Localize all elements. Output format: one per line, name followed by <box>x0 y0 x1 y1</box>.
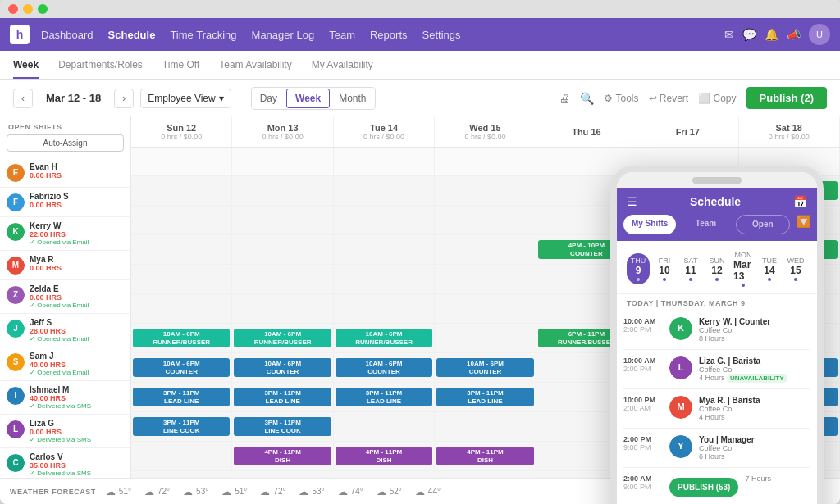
phone-week-day-num: 11 <box>685 265 696 276</box>
copy-button[interactable]: ⬜ Copy <box>698 93 736 104</box>
phone-week-day-num: 15 <box>790 265 801 276</box>
shift-block[interactable]: 10AM - 6PM RUNNER/BUSSER <box>133 329 230 347</box>
employee-status: ✓ Delivered via SMS <box>30 402 124 410</box>
shift-block[interactable]: 10AM - 6PM COUNTER <box>336 358 432 377</box>
employee-avatar <box>7 353 25 371</box>
phone-week-day-name: FRI <box>659 257 671 265</box>
phone-week-day[interactable]: FRI 10 <box>653 253 676 284</box>
nav-schedule[interactable]: Schedule <box>108 29 156 41</box>
day-header-tue: Tue 14 0 hrs / $0.00 <box>334 116 435 147</box>
employee-view-select[interactable]: Employee View ▾ <box>140 89 231 108</box>
employee-info: Zelda E 0.00 HRS ✓ Opened via Email <box>30 284 124 309</box>
phone-week-day[interactable]: WED 15 <box>784 253 807 284</box>
nav-settings[interactable]: Settings <box>422 29 461 41</box>
subnav-week[interactable]: Week <box>13 52 39 79</box>
phone-notch <box>692 177 742 184</box>
bell-icon[interactable]: 🔔 <box>765 28 778 41</box>
shift-block[interactable]: 3PM - 11PM LEAD LINE <box>336 388 432 406</box>
phone-tab-my-shifts[interactable]: My Shifts <box>623 215 676 234</box>
day-view-button[interactable]: Day <box>252 88 285 109</box>
employee-item: Kerry W 22.00 HRS ✓ Opened via Email <box>0 217 130 251</box>
employee-hours: 40.00 HRS <box>30 394 124 402</box>
employee-item: Jeff S 28.00 HRS ✓ Opened via Email <box>0 314 130 347</box>
shift-block[interactable]: 3PM - 11PM LEAD LINE <box>436 388 533 406</box>
shift-block[interactable]: 3PM - 11PM LEAD LINE <box>234 388 331 406</box>
phone-week-day[interactable]: MON Mar 13 <box>732 247 755 290</box>
shift-block[interactable]: 3PM - 11PM LINE COOK <box>133 417 230 436</box>
logo[interactable]: h <box>10 25 30 44</box>
maximize-button[interactable] <box>38 4 48 14</box>
phone-tabs: My Shifts Team Open 🔽 <box>617 215 817 241</box>
close-button[interactable] <box>8 4 18 14</box>
phone-tab-team[interactable]: Team <box>679 215 732 234</box>
shift-block[interactable]: 4PM - 11PM DISH <box>234 447 331 465</box>
shift-block[interactable]: 10AM - 6PM RUNNER/BUSSER <box>336 329 432 347</box>
subnav-my-availability[interactable]: My Availability <box>312 52 373 79</box>
nav-time-tracking[interactable]: Time Tracking <box>170 29 236 41</box>
week-view-button[interactable]: Week <box>286 89 330 108</box>
weather-temp: 72° <box>158 487 170 496</box>
phone-week-day[interactable]: THU 9 <box>627 253 650 284</box>
employee-status: ✓ Opened via Email <box>30 238 124 246</box>
phone-week-day[interactable]: SUN 12 <box>705 253 728 284</box>
print-icon[interactable]: 🖨 <box>559 92 570 105</box>
megaphone-icon[interactable]: 📣 <box>787 28 801 41</box>
subnav-time-off[interactable]: Time Off <box>162 52 199 79</box>
day-cell <box>435 148 536 175</box>
shift-block[interactable]: 3PM - 11PM LEAD LINE <box>133 388 230 406</box>
search-icon[interactable]: 🔍 <box>580 92 594 105</box>
shift-block[interactable]: 10AM - 6PM COUNTER <box>234 358 331 377</box>
weather-temp: 44° <box>428 487 441 496</box>
phone-tab-open[interactable]: Open <box>736 215 790 234</box>
minimize-button[interactable] <box>23 4 33 14</box>
next-week-button[interactable]: › <box>114 89 134 108</box>
revert-button[interactable]: ↩ Revert <box>649 93 689 104</box>
shift-block[interactable]: 10AM - 6PM COUNTER <box>436 358 533 377</box>
phone-week-day-name: SAT <box>684 257 698 265</box>
chat-icon[interactable]: 💬 <box>742 28 756 41</box>
prev-week-button[interactable]: ‹ <box>13 89 33 108</box>
publish-button[interactable]: Publish (2) <box>746 87 827 109</box>
auto-assign-button[interactable]: Auto-Assign <box>7 134 124 152</box>
user-avatar[interactable]: U <box>809 24 830 45</box>
nav-manager-log[interactable]: Manager Log <box>252 29 315 41</box>
month-view-button[interactable]: Month <box>331 88 374 109</box>
hamburger-icon[interactable]: ☰ <box>627 195 637 208</box>
subnav-team-availability[interactable]: Team Availability <box>219 52 292 79</box>
mail-icon[interactable]: ✉ <box>724 28 734 41</box>
phone-shift-info: Mya R. | Barista Coffee Co 4 Hours <box>699 396 810 421</box>
phone-week-day[interactable]: SAT 11 <box>679 253 702 284</box>
day-name-sat: Sat 18 <box>776 123 802 133</box>
top-nav: h Dashboard Schedule Time Tracking Manag… <box>0 18 840 51</box>
day-cell: 3PM - 11PM LEAD LINE <box>435 383 536 411</box>
publish-shift-button[interactable]: PUBLISH (53) <box>669 478 738 497</box>
tools-button[interactable]: ⚙ Tools <box>604 93 638 104</box>
shift-block[interactable]: 10AM - 6PM RUNNER/BUSSER <box>234 329 331 347</box>
employee-name: Evan H <box>30 162 124 171</box>
shift-block[interactable]: 4PM - 11PM DISH <box>436 447 533 465</box>
day-cell <box>131 235 232 264</box>
content-area: OPEN SHIFTS Auto-Assign Evan H 0.00 HRS … <box>0 116 840 504</box>
phone-calendar-icon[interactable]: 📅 <box>793 195 807 208</box>
phone-week-day[interactable]: TUE 14 <box>758 253 781 284</box>
day-header-mon: Mon 13 0 hrs / $0.00 <box>232 116 333 147</box>
subnav-departments[interactable]: Departments/Roles <box>58 52 143 79</box>
shift-block[interactable]: 10AM - 6PM COUNTER <box>133 358 230 377</box>
employee-item: Zelda E 0.00 HRS ✓ Opened via Email <box>0 280 130 314</box>
nav-dashboard[interactable]: Dashboard <box>41 29 94 41</box>
nav-team[interactable]: Team <box>329 29 355 41</box>
shift-block[interactable]: 3PM - 11PM LINE COOK <box>234 417 331 436</box>
nav-reports[interactable]: Reports <box>370 29 408 41</box>
day-headers: Sun 12 0 hrs / $0.00 Mon 13 0 hrs / $0.0… <box>131 116 840 148</box>
weather-condition-icon: ☁ <box>338 486 348 497</box>
phone-filter-icon[interactable]: 🔽 <box>797 215 810 228</box>
day-cell: 3PM - 11PM LINE COOK <box>131 412 232 441</box>
phone-week-dot <box>794 278 797 281</box>
day-cell <box>334 148 435 175</box>
shift-block[interactable]: 4PM - 11PM DISH <box>336 447 432 465</box>
employee-avatar <box>7 286 25 304</box>
day-cell <box>131 148 232 175</box>
employee-name: Jeff S <box>30 318 124 327</box>
day-cell: 10AM - 6PM COUNTER <box>232 353 333 382</box>
day-cell: 10AM - 6PM RUNNER/BUSSER <box>232 324 333 352</box>
